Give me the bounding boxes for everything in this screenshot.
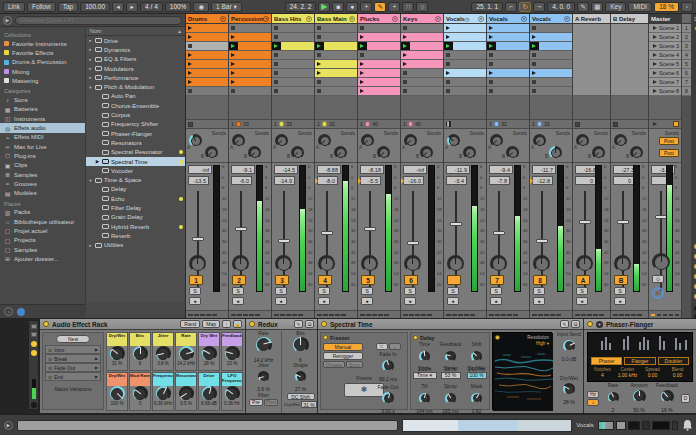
track-header[interactable]: Percussion▾ bbox=[229, 14, 271, 24]
clip-slot[interactable] bbox=[487, 33, 529, 42]
macro-knob-tile[interactable]: Dry/Wet31 % bbox=[106, 332, 128, 371]
file-row[interactable]: ▾Time & Space bbox=[86, 175, 185, 184]
volume-fader-handle[interactable] bbox=[321, 231, 333, 235]
param-value[interactable]: 1.00 kHz bbox=[615, 372, 640, 378]
variation-row[interactable]: ⊙Intro▶ bbox=[45, 345, 101, 354]
note-icon-button[interactable]: ♪ bbox=[389, 343, 401, 350]
rack-led-icon[interactable] bbox=[31, 341, 37, 347]
track-header[interactable]: Vocals◷▾ bbox=[444, 14, 486, 24]
scene-number[interactable]: 8 bbox=[682, 87, 691, 96]
track-header[interactable]: Vocals▾ bbox=[487, 14, 529, 24]
clip-slot[interactable] bbox=[315, 24, 357, 33]
track-header[interactable]: Drums▾ bbox=[186, 14, 228, 24]
duo-mode-button[interactable]: D bbox=[681, 394, 690, 403]
clip-slot[interactable] bbox=[487, 78, 529, 87]
clip-slot[interactable] bbox=[272, 78, 314, 87]
track-header[interactable]: Plucks▾ bbox=[358, 14, 400, 24]
file-row[interactable]: ▸Utilities bbox=[86, 241, 185, 250]
mask-knob[interactable] bbox=[471, 393, 482, 404]
redux-title-bar[interactable]: Redux ✎ 🖫 bbox=[246, 319, 317, 330]
clip-slot[interactable] bbox=[315, 42, 357, 51]
track-fold-icon[interactable]: ▾ bbox=[263, 16, 269, 22]
macro-knob-tile[interactable]: Dry Wet28 % bbox=[198, 332, 220, 371]
send-b-post-button[interactable]: Post bbox=[659, 149, 679, 157]
send-b-knob[interactable] bbox=[377, 146, 390, 159]
loop-length-field[interactable]: 4. 0. 0 bbox=[547, 2, 575, 12]
tab-phaser[interactable]: Phaser bbox=[591, 357, 622, 365]
cue-volume-knob[interactable] bbox=[652, 253, 670, 271]
sidebar-item-mod-les[interactable]: ▤Modèles bbox=[0, 188, 85, 197]
clip-slot[interactable] bbox=[401, 33, 443, 42]
solo-button[interactable]: S bbox=[614, 287, 626, 295]
dry-wet-field[interactable]: 31 % bbox=[301, 401, 317, 408]
spray-knob[interactable] bbox=[445, 393, 456, 404]
edit-icon[interactable]: ✎ bbox=[294, 320, 303, 328]
rack-macro-toggle-icon[interactable] bbox=[31, 324, 37, 329]
arm-button[interactable]: ● bbox=[232, 297, 244, 305]
arm-button[interactable]: ● bbox=[361, 297, 373, 305]
file-row[interactable]: ▶Spectral Time bbox=[86, 157, 185, 166]
device-on-icon[interactable] bbox=[249, 321, 255, 327]
track-activator-button[interactable]: 3 bbox=[275, 275, 289, 285]
sidebar-item-place[interactable]: ▥Packs bbox=[0, 208, 85, 217]
clip-slot[interactable] bbox=[272, 87, 314, 96]
track-activator-button[interactable]: A bbox=[576, 275, 590, 285]
rate-sync-button[interactable]: ♪ bbox=[587, 399, 599, 406]
scene-number[interactable]: 6 bbox=[682, 69, 691, 78]
macro-knob-tile[interactable]: Feedback23 % bbox=[221, 332, 243, 371]
scene-slot[interactable]: Scene 1 bbox=[649, 24, 681, 33]
clip-slot[interactable] bbox=[401, 24, 443, 33]
file-row[interactable]: ▸Dynamics bbox=[86, 45, 185, 54]
volume-fader-handle[interactable] bbox=[192, 237, 204, 241]
arm-button[interactable]: ● bbox=[189, 297, 201, 305]
scene-slot[interactable]: Scene 7 bbox=[649, 78, 681, 87]
macro-knob-tile[interactable]: Resonance0.5 % bbox=[175, 372, 197, 411]
volume-field[interactable]: -3.4 bbox=[446, 176, 467, 185]
back-to-arrangement-icon[interactable] bbox=[653, 122, 657, 126]
fade-in-knob[interactable] bbox=[382, 360, 394, 372]
track-fold-icon[interactable]: ▾ bbox=[220, 16, 226, 22]
stop-all-clips-button[interactable] bbox=[673, 121, 679, 127]
time-knob[interactable] bbox=[419, 351, 430, 362]
send-a-knob[interactable] bbox=[576, 134, 589, 147]
clip-slot[interactable] bbox=[358, 51, 400, 60]
clip-slot[interactable] bbox=[444, 69, 486, 78]
solo-button[interactable]: S bbox=[447, 287, 459, 295]
solo-button[interactable]: S bbox=[533, 287, 545, 295]
track-header[interactable]: Master bbox=[649, 14, 681, 24]
clip-slot[interactable] bbox=[358, 60, 400, 69]
volume-field[interactable]: -7.8 bbox=[489, 176, 510, 185]
solo-button[interactable]: S bbox=[404, 287, 416, 295]
volume-field[interactable]: -8.0 bbox=[317, 176, 338, 185]
track-activator-button[interactable]: 1 bbox=[189, 275, 203, 285]
arm-button[interactable]: ● bbox=[404, 297, 416, 305]
send-a-knob[interactable] bbox=[232, 134, 245, 147]
clip-slot[interactable] bbox=[229, 60, 271, 69]
computer-midi-keyboard-button[interactable]: ▦ bbox=[591, 2, 603, 12]
clip-slot[interactable] bbox=[358, 78, 400, 87]
jitter-knob[interactable] bbox=[258, 371, 269, 382]
macro-knob-tile[interactable]: Drive6.69 dB bbox=[198, 372, 220, 411]
arm-button[interactable]: ● bbox=[318, 297, 330, 305]
volume-fader-handle[interactable] bbox=[450, 222, 462, 226]
clip-slot[interactable] bbox=[229, 78, 271, 87]
arm-button[interactable]: ● bbox=[614, 297, 626, 305]
clip-slot[interactable] bbox=[229, 42, 271, 51]
edit-icon[interactable]: ✎ bbox=[560, 320, 569, 328]
track-fold-icon[interactable]: ▾ bbox=[564, 16, 570, 22]
volume-fader-handle[interactable] bbox=[407, 241, 419, 245]
groove-amount-field[interactable]: 100% bbox=[165, 2, 192, 12]
nudge-down-button[interactable]: ◂ bbox=[112, 2, 124, 12]
clip-slot[interactable] bbox=[315, 60, 357, 69]
clip-slot[interactable] bbox=[444, 33, 486, 42]
send-a-knob[interactable] bbox=[404, 134, 417, 147]
spectral-dry-wet-knob[interactable] bbox=[563, 383, 575, 395]
clip-slot[interactable] bbox=[444, 42, 486, 51]
sidebar-item-samples[interactable]: ≣Samples bbox=[0, 170, 85, 179]
sidebar-item-grooves[interactable]: ≈Grooves bbox=[0, 179, 85, 188]
macro-knob[interactable] bbox=[179, 386, 194, 401]
volume-fader-handle[interactable] bbox=[536, 239, 548, 243]
loop-start-field[interactable]: 25. 1. 1 bbox=[471, 2, 503, 12]
search-input[interactable] bbox=[15, 16, 182, 25]
send-b-knob[interactable] bbox=[334, 146, 347, 159]
